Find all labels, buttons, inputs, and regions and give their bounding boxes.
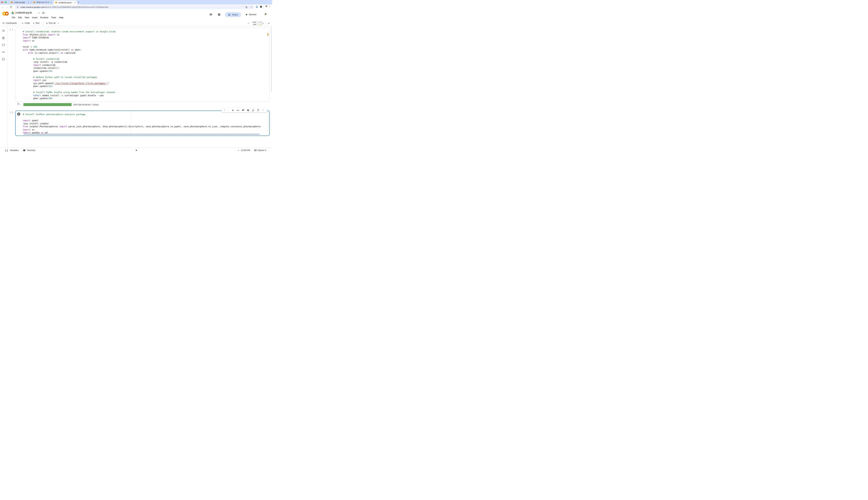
toolbar-divider [20,21,20,25]
add-code-button[interactable]: Code [25,22,30,24]
browser-toolbar: ← → colab.research.google.com/drive/1r-O… [0,4,272,10]
move-cell-down-button[interactable]: ↓ [228,109,229,112]
kernel-selector[interactable]: Python 3 [258,149,266,151]
cell-gutter[interactable]: [ ] [10,111,13,114]
gemini-button[interactable]: Gemini [245,13,256,16]
mirror-cell-icon[interactable] [252,109,254,112]
menu-item-view[interactable]: View [23,16,31,19]
browser-tab[interactable]: colab.google × [9,0,31,4]
menu-item-tools[interactable]: Tools [50,16,57,19]
plus-icon: + [22,22,23,24]
ram-meter[interactable] [257,21,263,23]
sidebar-item-toc[interactable] [2,29,5,32]
cloud-save-icon[interactable] [42,12,45,14]
notebook-title[interactable]: Untitled9.ipynb [15,11,32,14]
gemini-cell-spark-icon[interactable] [232,109,234,112]
cell-gutter[interactable]: [ ] [10,29,13,31]
extensions-icon[interactable] [260,5,262,8]
progress-text: 120/? [00:19<00:00, 7.31it/s] [73,104,99,106]
delete-cell-trash-icon[interactable] [257,109,259,112]
sidebar-item-secrets-key-icon[interactable] [2,50,5,54]
back-button[interactable]: ← [2,6,4,9]
tab-title: Untitled9.ipynb - Colab [58,2,73,4]
menu-item-help[interactable]: Help [58,16,65,19]
code-editor[interactable]: # Install ConPhar pharmacophore analysis… [16,111,269,136]
notebook-scrollbar[interactable] [271,27,272,92]
toolbar-divider [264,6,264,9]
colab-favicon-icon [33,2,35,3]
menu-item-file[interactable]: File [10,16,17,19]
last-saved-time: 12:59 PM [241,149,250,151]
share-button[interactable]: Share [225,12,241,17]
move-cell-up-button[interactable]: ↑ [224,109,225,112]
toolbar-divider [43,21,44,25]
gemini-status-spark-icon[interactable] [135,149,137,151]
run-all-button[interactable]: Run all [49,22,56,24]
horizontal-scrollbar[interactable] [24,134,260,135]
site-info-icon[interactable] [17,6,19,8]
colab-logo[interactable] [2,11,9,16]
play-icon [19,113,20,115]
more-options-icon[interactable]: ⋮ [262,109,264,112]
menu-item-runtime[interactable]: Runtime [39,16,50,19]
collapse-header-chevron-icon[interactable] [267,22,270,24]
resources-caret-icon[interactable]: ▾ [263,22,264,24]
output-toggle-icon[interactable] [17,102,20,105]
browser-menu-icon[interactable]: ⋮ [269,5,271,8]
variables-button[interactable]: Variables [10,149,19,151]
connected-check-icon[interactable]: ✓ [248,22,250,24]
menu-bar: File Edit View Insert Runtime Tools Help [10,16,65,19]
url-domain: colab.research.google.com [20,6,44,8]
resource-labels[interactable]: RAM Disk [250,21,256,25]
menu-item-edit[interactable]: Edit [17,16,23,19]
new-tab-button[interactable]: + [78,1,79,4]
browser-tab[interactable]: Welcome To Colab - Colab × [32,0,53,4]
copy-link-icon[interactable] [237,109,239,112]
code-cell[interactable]: # Install CondaColab: Enables Conda envi… [15,28,270,102]
bookmark-star-icon[interactable]: ☆ [250,5,253,8]
terminal-button[interactable]: Terminal [27,149,35,151]
tab-separator [31,1,31,3]
braces-icon: { } [5,149,8,151]
traffic-light-minimize[interactable] [3,1,5,3]
reload-button[interactable] [10,6,12,8]
sidebar-item-find-icon[interactable] [2,36,5,39]
add-comment-icon[interactable] [242,109,244,112]
star-icon[interactable]: ☆ [38,11,40,14]
disk-meter[interactable] [257,23,263,26]
scroll-warning-marker [267,33,269,36]
people-icon [228,13,231,16]
colab-favicon-icon [10,2,13,3]
browser-profile-avatar[interactable] [265,5,268,8]
account-avatar[interactable] [264,13,267,16]
code-editor[interactable]: # Install CondaColab: Enables Conda envi… [15,28,270,102]
tab-close-icon[interactable]: × [50,1,52,3]
sidebar-item-files-folder-icon[interactable] [2,58,5,60]
run-all-caret-icon[interactable]: ▾ [58,22,59,24]
menu-item-insert[interactable]: Insert [31,16,39,19]
settings-gear-icon[interactable] [218,13,221,16]
comment-history-icon[interactable] [209,13,212,16]
browser-tab-active[interactable]: Untitled9.ipynb - Colab × [54,1,77,4]
add-text-button[interactable]: Text [35,22,39,24]
forward-button[interactable]: → [6,6,8,9]
cell-settings-gear-icon[interactable] [247,109,249,112]
tab-close-icon[interactable]: × [74,1,76,4]
code-cell-focused[interactable]: # Install ConPhar pharmacophore analysis… [15,111,270,136]
zoom-icon[interactable] [245,6,248,9]
drive-icon [12,12,14,14]
colab-header: Untitled9.ipynb ☆ File Edit View Insert … [0,10,272,20]
commands-button[interactable]: Commands [6,22,17,24]
url-text: colab.research.google.com/drive/1r-O5fX1… [20,6,108,8]
run-cell-button[interactable] [17,113,20,116]
tab-title: Welcome To Colab - Colab [36,1,49,3]
url-path: /drive/1r-O5fX1LpUD8Mo8NPsJp4yyP8Nx3rKtO… [44,6,108,8]
sidebar-item-snippets-code-icon[interactable] [2,44,5,46]
traffic-light-close[interactable] [1,1,3,3]
tab-title: colab.google [14,1,27,3]
colab-favicon-icon [55,2,57,3]
address-bar[interactable]: colab.research.google.com/drive/1r-O5fX1… [14,5,254,9]
traffic-light-maximize[interactable] [5,1,7,3]
tab-close-icon[interactable]: × [28,1,29,3]
reading-list-icon[interactable] [255,5,258,8]
